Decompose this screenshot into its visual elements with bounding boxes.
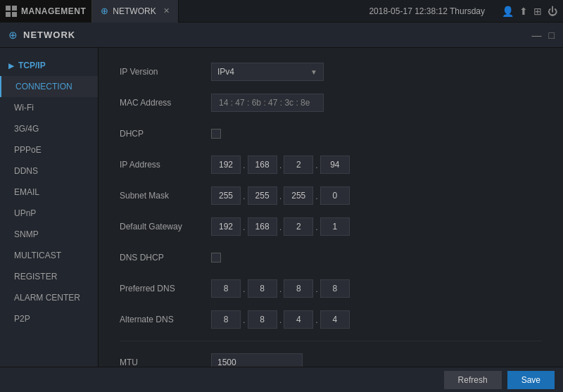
- ip-version-dropdown[interactable]: IPv4 ▼: [211, 63, 324, 81]
- gateway-dot-2: .: [279, 222, 282, 232]
- dhcp-label: DHCP: [120, 129, 211, 139]
- ip-octet-2[interactable]: 168: [248, 156, 277, 174]
- alternate-dns-octet-1[interactable]: 8: [211, 310, 241, 329]
- default-gateway-label: Default Gateway: [120, 222, 211, 232]
- apps-grid-icon: [6, 6, 17, 17]
- alternate-dns-octet-3[interactable]: 4: [284, 310, 313, 329]
- preferred-dns-dot-3: .: [315, 284, 318, 294]
- sidebar-item-alarm-center[interactable]: ALARM CENTER: [0, 287, 98, 308]
- subnet-dot-2: .: [279, 191, 282, 201]
- export-icon[interactable]: ⬆: [519, 6, 528, 17]
- preferred-dns-field: 8 . 8 . 8 . 8: [211, 279, 350, 298]
- ip-version-field: IPv4 ▼: [211, 63, 324, 81]
- dns-dhcp-checkbox[interactable]: [211, 253, 221, 263]
- subnet-mask-field: 255 . 255 . 255 . 0: [211, 186, 350, 205]
- network-tab[interactable]: ⊕ NETWORK ✕: [92, 0, 178, 23]
- alternate-dns-row: Alternate DNS 8 . 8 . 4 . 4: [120, 310, 542, 329]
- dropdown-arrow-icon: ▼: [310, 68, 317, 76]
- save-button[interactable]: Save: [507, 371, 555, 389]
- sidebar-item-wifi[interactable]: Wi-Fi: [0, 97, 98, 118]
- sidebar-item-register[interactable]: REGISTER: [0, 266, 98, 287]
- subnet-octet-3[interactable]: 255: [284, 186, 313, 205]
- alternate-dns-group: 8 . 8 . 4 . 4: [211, 310, 350, 329]
- subnet-octet-1[interactable]: 255: [211, 186, 241, 205]
- ip-octet-3[interactable]: 2: [284, 156, 313, 174]
- ip-dot-2: .: [279, 160, 282, 170]
- sidebar-item-multicast[interactable]: MULTICAST: [0, 245, 98, 266]
- user-icon[interactable]: 👤: [502, 6, 514, 17]
- sidebar-item-p2p[interactable]: P2P: [0, 308, 98, 329]
- gateway-dot-3: .: [315, 222, 318, 232]
- power-icon[interactable]: ⏻: [548, 6, 557, 17]
- mac-address-field: 14 : 47 : 6b : 47 : 3c : 8e: [211, 94, 324, 112]
- alternate-dns-octet-4[interactable]: 4: [320, 310, 350, 329]
- tab-close-icon[interactable]: ✕: [163, 6, 170, 15]
- sidebar-item-snmp[interactable]: SNMP: [0, 224, 98, 245]
- sidebar-item-pppoe[interactable]: PPPoE: [0, 139, 98, 160]
- preferred-dns-octet-4[interactable]: 8: [320, 279, 350, 298]
- ip-version-value: IPv4: [217, 67, 234, 77]
- alternate-dns-dot-3: .: [315, 315, 318, 325]
- ip-address-label: IP Address: [120, 160, 211, 170]
- mac-address-row: MAC Address 14 : 47 : 6b : 47 : 3c : 8e: [120, 93, 542, 113]
- ip-octet-1[interactable]: 192: [211, 156, 241, 174]
- dhcp-field: [211, 129, 221, 139]
- ip-version-row: IP Version IPv4 ▼: [120, 62, 542, 82]
- gateway-octet-4[interactable]: 1: [320, 217, 350, 236]
- ip-version-label: IP Version: [120, 67, 211, 77]
- gateway-octet-1[interactable]: 192: [211, 217, 241, 236]
- page-title: NETWORK: [23, 30, 75, 40]
- datetime-display: 2018-05-17 12:38:12 Thursday: [358, 6, 496, 16]
- alternate-dns-dot-1: .: [243, 315, 246, 325]
- preferred-dns-octet-3[interactable]: 8: [284, 279, 313, 298]
- sidebar-item-email[interactable]: EMAIL: [0, 182, 98, 203]
- ip-address-field: 192 . 168 . 2 . 94: [211, 156, 350, 174]
- titlebar-window-controls: — □: [532, 30, 555, 41]
- minimize-button[interactable]: —: [532, 30, 542, 41]
- expand-arrow-icon: ▶: [8, 62, 14, 70]
- sidebar-item-connection[interactable]: CONNECTION: [0, 76, 98, 97]
- refresh-button[interactable]: Refresh: [444, 371, 502, 389]
- network-tab-label: NETWORK: [113, 6, 156, 16]
- mtu-label: MTU: [120, 358, 211, 367]
- sidebar-parent-tcpip[interactable]: ▶ TCP/IP: [0, 55, 98, 76]
- gateway-group: 192 . 168 . 2 . 1: [211, 217, 350, 236]
- subnet-octet-4[interactable]: 0: [320, 186, 350, 205]
- sidebar-item-ddns[interactable]: DDNS: [0, 160, 98, 182]
- default-gateway-row: Default Gateway 192 . 168 . 2 . 1: [120, 217, 542, 236]
- dhcp-row: DHCP: [120, 124, 542, 144]
- gateway-octet-2[interactable]: 168: [248, 217, 277, 236]
- ip-address-row: IP Address 192 . 168 . 2 . 94: [120, 155, 542, 175]
- gateway-dot-1: .: [243, 222, 246, 232]
- maximize-button[interactable]: □: [549, 30, 555, 41]
- preferred-dns-row: Preferred DNS 8 . 8 . 8 . 8: [120, 279, 542, 298]
- ip-dot-1: .: [243, 160, 246, 170]
- topbar-apps[interactable]: MANAGEMENT: [0, 0, 92, 23]
- dhcp-checkbox[interactable]: [211, 129, 221, 139]
- alternate-dns-octet-2[interactable]: 8: [248, 310, 277, 329]
- topbar: MANAGEMENT ⊕ NETWORK ✕ 2018-05-17 12:38:…: [0, 0, 563, 23]
- subnet-mask-group: 255 . 255 . 255 . 0: [211, 186, 350, 205]
- preferred-dns-group: 8 . 8 . 8 . 8: [211, 279, 350, 298]
- alternate-dns-field: 8 . 8 . 4 . 4: [211, 310, 350, 329]
- subnet-octet-2[interactable]: 255: [248, 186, 277, 205]
- mtu-input[interactable]: 1500: [211, 353, 303, 367]
- preferred-dns-label: Preferred DNS: [120, 284, 211, 293]
- gateway-octet-3[interactable]: 2: [284, 217, 313, 236]
- preferred-dns-octet-2[interactable]: 8: [248, 279, 277, 298]
- mac-address-display: 14 : 47 : 6b : 47 : 3c : 8e: [211, 94, 324, 112]
- mac-address-label: MAC Address: [120, 98, 211, 108]
- dns-dhcp-field: [211, 253, 221, 263]
- content-area: IP Version IPv4 ▼ MAC Address 14 : 47 : …: [99, 48, 563, 367]
- preferred-dns-dot-1: .: [243, 284, 246, 294]
- topbar-actions: 👤 ⬆ ⊞ ⏻: [496, 6, 563, 17]
- dns-dhcp-label: DNS DHCP: [120, 253, 211, 263]
- ip-dot-3: .: [315, 160, 318, 170]
- alternate-dns-dot-2: .: [279, 315, 282, 325]
- ip-octet-4[interactable]: 94: [320, 156, 350, 174]
- sidebar-item-3g4g[interactable]: 3G/4G: [0, 118, 98, 139]
- dns-dhcp-row: DNS DHCP: [120, 248, 542, 267]
- grid-icon[interactable]: ⊞: [533, 6, 542, 17]
- sidebar-item-upnp[interactable]: UPnP: [0, 203, 98, 224]
- preferred-dns-octet-1[interactable]: 8: [211, 279, 241, 298]
